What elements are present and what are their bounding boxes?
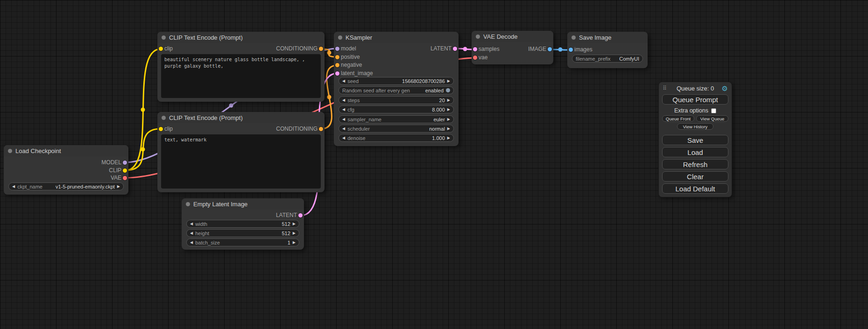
- widget-label: batch_size: [195, 240, 220, 245]
- node-load-checkpoint[interactable]: Load Checkpoint MODEL CLIP VAE ◀ ckpt_na…: [4, 145, 128, 195]
- node-title-bar[interactable]: VAE Decode: [472, 31, 553, 42]
- arrow-left-icon[interactable]: ◀: [342, 136, 345, 140]
- arrow-left-icon[interactable]: ◀: [190, 241, 193, 245]
- widget-width[interactable]: ◀ width 512 ▶: [186, 220, 299, 228]
- widget-sampler-name[interactable]: ◀ sampler_name euler ▶: [339, 115, 454, 123]
- queue-front-button[interactable]: Queue Front: [662, 115, 694, 122]
- collapse-dot-icon[interactable]: [186, 202, 190, 206]
- node-ksampler[interactable]: KSampler model LATENT positive negative …: [334, 32, 459, 146]
- node-title-bar[interactable]: CLIP Text Encode (Prompt): [157, 112, 325, 123]
- arrow-left-icon[interactable]: ◀: [342, 127, 345, 131]
- arrow-right-icon[interactable]: ▶: [117, 185, 120, 189]
- output-dot-clip[interactable]: [123, 168, 127, 173]
- widget-random-seed-toggle[interactable]: Random seed after every gen enabled: [339, 86, 454, 94]
- node-title-bar[interactable]: Empty Latent Image: [182, 198, 304, 210]
- widget-ckpt-name[interactable]: ◀ ckpt_name v1-5-pruned-emaonly.ckpt ▶: [8, 182, 124, 190]
- widget-value: 512: [282, 231, 290, 236]
- widget-value: 8.000: [432, 107, 445, 112]
- widget-filename-prefix[interactable]: filename_prefix ComfyUI: [572, 55, 643, 63]
- output-dot-conditioning[interactable]: [319, 127, 323, 131]
- extra-options-label: Extra options: [674, 107, 708, 114]
- arrow-right-icon[interactable]: ▶: [447, 118, 450, 121]
- node-save-image[interactable]: Save Image images filename_prefix ComfyU…: [567, 32, 648, 68]
- arrow-right-icon[interactable]: ▶: [293, 222, 296, 226]
- arrow-right-icon[interactable]: ▶: [447, 127, 450, 131]
- settings-gear-icon[interactable]: ⚙: [722, 85, 728, 92]
- slot-label: IMAGE: [528, 46, 546, 52]
- output-dot-vae[interactable]: [123, 176, 127, 180]
- output-dot-latent[interactable]: [453, 47, 457, 51]
- node-title-bar[interactable]: Load Checkpoint: [4, 145, 128, 156]
- slot-label: clip: [164, 126, 173, 132]
- save-button[interactable]: Save: [662, 135, 728, 145]
- collapse-dot-icon[interactable]: [338, 35, 342, 40]
- widget-value: 20: [439, 98, 445, 103]
- widget-steps[interactable]: ◀ steps 20 ▶: [339, 96, 454, 104]
- node-graph-canvas[interactable]: Load Checkpoint MODEL CLIP VAE ◀ ckpt_na…: [0, 0, 868, 329]
- arrow-right-icon[interactable]: ▶: [447, 108, 450, 112]
- arrow-right-icon[interactable]: ▶: [293, 241, 296, 245]
- wire-mid-dot-cond1: [327, 51, 332, 55]
- arrow-right-icon[interactable]: ▶: [447, 98, 450, 102]
- input-dot-clip[interactable]: [159, 127, 163, 131]
- collapse-dot-icon[interactable]: [8, 149, 12, 153]
- widget-batch-size[interactable]: ◀ batch_size 1 ▶: [186, 238, 299, 246]
- node-title-bar[interactable]: CLIP Text Encode (Prompt): [157, 32, 325, 43]
- input-dot-clip[interactable]: [159, 47, 163, 51]
- arrow-left-icon[interactable]: ◀: [190, 222, 193, 226]
- arrow-left-icon[interactable]: ◀: [342, 79, 345, 83]
- widget-seed[interactable]: ◀ seed 156680208700286 ▶: [339, 77, 454, 85]
- input-dot-vae[interactable]: [473, 56, 477, 60]
- arrow-right-icon[interactable]: ▶: [447, 136, 450, 140]
- node-clip-text-encode-positive[interactable]: CLIP Text Encode (Prompt) clip CONDITION…: [157, 32, 325, 102]
- node-empty-latent-image[interactable]: Empty Latent Image LATENT ◀ width 512 ▶ …: [182, 198, 304, 250]
- queue-panel-header: ⠿ Queue size: 0 ⚙: [659, 82, 732, 93]
- output-dot-latent[interactable]: [298, 213, 303, 217]
- refresh-button[interactable]: Refresh: [662, 159, 728, 169]
- arrow-right-icon[interactable]: ▶: [447, 79, 450, 83]
- node-clip-text-encode-negative[interactable]: CLIP Text Encode (Prompt) clip CONDITION…: [157, 112, 325, 192]
- view-queue-button[interactable]: View Queue: [696, 115, 728, 122]
- prompt-text-area[interactable]: beautiful scenery nature glass bottle la…: [161, 54, 321, 98]
- widget-value: 1.000: [432, 135, 445, 141]
- output-dot-model[interactable]: [123, 161, 127, 165]
- toggle-dot-icon[interactable]: [446, 88, 450, 92]
- extra-options-checkbox[interactable]: [711, 108, 716, 113]
- widget-scheduler[interactable]: ◀ scheduler normal ▶: [339, 125, 454, 133]
- node-vae-decode[interactable]: VAE Decode samples IMAGE vae: [472, 31, 553, 64]
- node-title: VAE Decode: [483, 33, 517, 40]
- load-default-button[interactable]: Load Default: [662, 183, 728, 194]
- arrow-left-icon[interactable]: ◀: [12, 185, 15, 189]
- view-history-button[interactable]: View History: [677, 123, 713, 130]
- input-slot-negative: negative: [334, 61, 459, 69]
- queue-panel[interactable]: ⠿ Queue size: 0 ⚙ Queue Prompt Extra opt…: [658, 82, 732, 197]
- input-dot-images[interactable]: [569, 48, 573, 52]
- load-button[interactable]: Load: [662, 147, 728, 157]
- arrow-right-icon[interactable]: ▶: [293, 231, 296, 235]
- clear-button[interactable]: Clear: [662, 171, 728, 182]
- widget-denoise[interactable]: ◀ denoise 1.000 ▶: [339, 134, 454, 142]
- widget-label: height: [195, 231, 209, 236]
- arrow-left-icon[interactable]: ◀: [342, 118, 345, 121]
- wire-mid-dot-latent2: [463, 47, 467, 51]
- arrow-left-icon[interactable]: ◀: [342, 98, 345, 102]
- prompt-text-area[interactable]: text, watermark: [161, 134, 321, 189]
- output-dot-conditioning[interactable]: [319, 47, 323, 51]
- drag-handle-icon[interactable]: ⠿: [663, 85, 667, 91]
- arrow-left-icon[interactable]: ◀: [190, 231, 193, 235]
- collapse-dot-icon[interactable]: [476, 35, 480, 39]
- input-dot-positive[interactable]: [335, 55, 339, 59]
- widget-cfg[interactable]: ◀ cfg 8.000 ▶: [339, 105, 454, 113]
- node-title-bar[interactable]: KSampler: [334, 32, 459, 43]
- input-dot-latent-image[interactable]: [335, 71, 339, 76]
- input-dot-negative[interactable]: [335, 63, 339, 67]
- node-title-bar[interactable]: Save Image: [567, 32, 648, 43]
- collapse-dot-icon[interactable]: [162, 116, 166, 120]
- collapse-dot-icon[interactable]: [162, 35, 166, 40]
- widget-height[interactable]: ◀ height 512 ▶: [186, 229, 299, 237]
- wire-mid-dot-cond2: [327, 95, 332, 99]
- collapse-dot-icon[interactable]: [572, 35, 576, 40]
- arrow-left-icon[interactable]: ◀: [342, 108, 345, 112]
- queue-prompt-button[interactable]: Queue Prompt: [662, 94, 728, 105]
- output-dot-image[interactable]: [548, 47, 552, 51]
